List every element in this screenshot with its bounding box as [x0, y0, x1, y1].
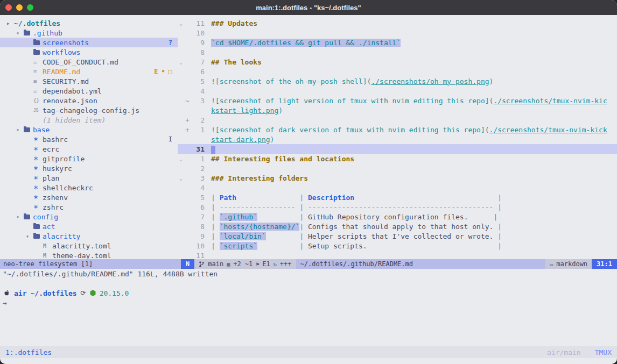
editor-line[interactable]: 5| Path | Description | — [178, 192, 617, 202]
tmux-window-item[interactable]: 1:.dotfiles — [5, 348, 52, 356]
status-badge: I — [169, 135, 172, 143]
tmux-session-name: air/main — [547, 348, 581, 356]
js-glyph: JS — [33, 108, 39, 113]
editor-line[interactable]: ⌄1## Interesting files and locations — [178, 154, 617, 163]
tree-item[interactable]: screenshots? — [0, 38, 178, 47]
text-segment-md: ![screenshot of the oh-my-posh shell]( — [211, 77, 371, 85]
fold-open-icon[interactable]: ⌄ — [178, 156, 184, 162]
tree-item[interactable]: *plan — [0, 173, 178, 183]
tree-item[interactable]: ≡dependabot.yml — [0, 86, 178, 96]
doc-file-icon: ≡ — [33, 68, 43, 75]
editor-line[interactable]: 2 — [178, 163, 617, 173]
star-file-icon: * — [33, 147, 43, 151]
line-text: | ------------------ | -----------------… — [211, 203, 502, 211]
chevron-down-icon[interactable]: ▾ — [16, 214, 24, 220]
minimize-button[interactable] — [16, 4, 23, 11]
text-segment-dash: ------------------ — [220, 203, 296, 211]
editor-line[interactable]: ~3![screenshot of light version of tmux … — [178, 96, 617, 105]
fold-open-icon[interactable]: ⌄ — [178, 175, 184, 181]
folder-icon — [33, 50, 43, 55]
workspace: ▸~/.dotfiles▾.githubscreenshots?workflow… — [0, 15, 617, 259]
editor-line[interactable]: 5![screenshot of the oh-my-posh shell](.… — [178, 76, 617, 86]
editor-line[interactable]: 6 — [178, 67, 617, 76]
tree-item[interactable]: *zshenv — [0, 192, 178, 202]
text-segment-md: ![screenshot of light version of tmux wi… — [211, 97, 493, 105]
text-segment-p: | — [211, 213, 220, 221]
text-segment-p: | — [211, 194, 220, 202]
cursor — [211, 146, 215, 154]
chevron-right-icon[interactable]: ▸ — [6, 20, 14, 27]
tree-item[interactable]: ≡README.mdE•□ — [0, 67, 178, 76]
editor-line[interactable]: ⌄3### Interesting folders — [178, 173, 617, 183]
tree-item[interactable]: ▾base — [0, 125, 178, 134]
editor-line[interactable]: start-dark.png) — [178, 134, 617, 144]
zoom-button[interactable] — [27, 4, 33, 11]
line-number: 8 — [191, 223, 205, 231]
tree-item-label: SECURITY.md — [43, 77, 89, 85]
tree-item[interactable]: *shellcheckrc — [0, 183, 178, 192]
git-sign: + — [184, 126, 191, 134]
tree-item[interactable]: *ecrc — [0, 144, 178, 154]
tree-item-label: alacritty — [43, 232, 80, 240]
line-text: ![screenshot of dark version of tmux wit… — [211, 126, 607, 134]
editor-line[interactable]: 9| `local/bin` | Helper scripts that I'v… — [178, 231, 617, 241]
line-number: 2 — [191, 116, 205, 124]
close-button[interactable] — [5, 4, 12, 11]
text-segment-p: | — [299, 194, 308, 202]
tree-item-label: huskyrc — [43, 165, 72, 173]
editor-line[interactable]: 11 — [178, 251, 617, 259]
editor-line[interactable]: 7| `.github` | GitHub Repository configu… — [178, 212, 617, 222]
tree-item[interactable]: (1 hidden item) — [0, 115, 178, 125]
status-badge: E — [154, 68, 158, 75]
tree-item[interactable]: ≡CODE_OF_CONDUCT.md — [0, 57, 178, 67]
tree-item[interactable]: *zshrc — [0, 202, 178, 212]
tree-item[interactable]: ▾alacritty — [0, 231, 178, 241]
tree-item-label: ecrc — [43, 145, 59, 153]
editor-line[interactable]: 4 — [178, 183, 617, 192]
fold-open-icon[interactable]: ⌄ — [178, 20, 184, 26]
editor-line[interactable]: 10 — [178, 28, 617, 38]
editor-line[interactable]: ⌄11### Updates — [178, 18, 617, 28]
line-text: ## Interesting files and locations — [211, 155, 354, 163]
fold-open-icon[interactable]: ⌄ — [178, 59, 184, 65]
editor-line[interactable]: +1![screenshot of dark version of tmux w… — [178, 125, 617, 134]
tree-item[interactable]: Mtheme-day.toml — [0, 251, 178, 259]
editor-line[interactable]: 8| `hosts/{hostname}/`| Configs that sho… — [178, 222, 617, 231]
tree-item-label: alacritty.toml — [52, 242, 111, 250]
doc-glyph: ≡ — [33, 68, 37, 75]
tree-item[interactable]: *huskyrc — [0, 163, 178, 173]
tree-item[interactable]: *gitprofile — [0, 154, 178, 163]
shell-pane[interactable]: air ~/.dotfiles ⟳ 20.15.0 → — [0, 279, 617, 346]
doc-glyph: ≡ — [33, 59, 37, 66]
tree-item[interactable]: {}renovate.json — [0, 96, 178, 105]
doc-file-icon: ≡ — [33, 78, 43, 85]
tree-item[interactable]: ▾.github — [0, 28, 178, 38]
tree-item-label: bashrc — [43, 135, 68, 144]
tree-item[interactable]: ≡SECURITY.md — [0, 76, 178, 86]
line-number: 11 — [191, 19, 205, 27]
tree-item-label: plan — [43, 174, 59, 182]
star-glyph: * — [33, 197, 38, 201]
chevron-down-icon[interactable]: ▾ — [26, 233, 33, 239]
editor-line[interactable]: 4 — [178, 86, 617, 96]
editor-line-current[interactable]: 31 — [178, 144, 617, 154]
tree-item[interactable]: workflows — [0, 47, 178, 57]
tree-item[interactable]: ▾config — [0, 212, 178, 222]
editor-line[interactable]: kstart-light.png) — [178, 105, 617, 115]
tree-item[interactable]: *bashrcI — [0, 134, 178, 144]
editor-line[interactable]: 9`cd $HOME/.dotfiles && git pull && ./in… — [178, 38, 617, 47]
tree-item[interactable]: Malacritty.toml — [0, 241, 178, 251]
editor-line[interactable]: 10| `scripts` | Setup scripts. | — [178, 241, 617, 251]
tree-item[interactable]: ▸~/.dotfiles — [0, 18, 178, 28]
folder-icon — [33, 40, 43, 45]
chevron-down-icon[interactable]: ▾ — [16, 127, 24, 133]
tree-item[interactable]: JStag-changelog-config.js — [0, 105, 178, 115]
editor-line[interactable]: +2 — [178, 115, 617, 125]
folder-icon-shape — [24, 215, 30, 219]
diagnostics-icon: ⚑ — [256, 261, 259, 267]
editor-line[interactable]: 6| ------------------ | ----------------… — [178, 202, 617, 212]
chevron-down-icon[interactable]: ▾ — [16, 30, 24, 36]
editor-line[interactable]: ⌄7## The looks — [178, 57, 617, 67]
editor-line[interactable]: 8 — [178, 47, 617, 57]
tree-item[interactable]: act — [0, 222, 178, 231]
